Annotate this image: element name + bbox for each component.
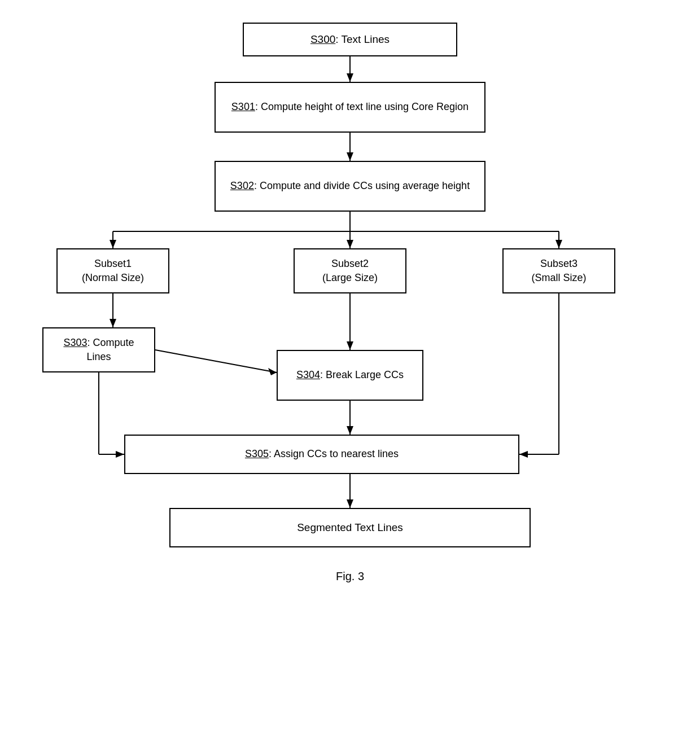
box-s300: S300: Text Lines xyxy=(243,23,457,56)
subset2-label: Subset2(Large Size) xyxy=(322,257,378,285)
box-s305: S305: Assign CCs to nearest lines xyxy=(124,435,519,474)
s300-label-rest: : Text Lines xyxy=(335,33,390,45)
box-subset2: Subset2(Large Size) xyxy=(294,248,406,293)
svg-marker-1 xyxy=(347,73,353,82)
svg-marker-26 xyxy=(519,451,528,458)
s302-label-underline: S302 xyxy=(230,180,254,191)
s300-label-underline: S300 xyxy=(310,33,335,45)
fig-label: Fig. 3 xyxy=(322,570,378,583)
diagram-container: S300: Text Lines S301: Compute height of… xyxy=(0,0,700,741)
svg-marker-18 xyxy=(268,368,277,375)
svg-marker-12 xyxy=(555,240,562,248)
fig-label-text: Fig. 3 xyxy=(336,570,364,582)
s303-label-rest: : Compute Lines xyxy=(86,337,134,362)
svg-line-17 xyxy=(155,350,277,372)
s301-label-rest: : Compute height of text line using Core… xyxy=(255,101,469,112)
svg-marker-23 xyxy=(347,426,353,435)
svg-marker-16 xyxy=(347,341,353,350)
box-subset3: Subset3(Small Size) xyxy=(502,248,615,293)
subset3-label: Subset3(Small Size) xyxy=(531,257,586,285)
s304-label-underline: S304 xyxy=(296,369,320,380)
svg-marker-7 xyxy=(110,240,116,248)
segmented-label: Segmented Text Lines xyxy=(297,520,403,536)
box-s303: S303: Compute Lines xyxy=(42,327,155,372)
s304-label-rest: : Break Large CCs xyxy=(320,369,404,380)
svg-marker-28 xyxy=(347,499,353,508)
svg-marker-9 xyxy=(347,240,353,248)
box-subset1: Subset1(Normal Size) xyxy=(56,248,169,293)
subset1-label: Subset1(Normal Size) xyxy=(82,257,144,285)
svg-marker-14 xyxy=(110,319,116,327)
box-s301: S301: Compute height of text line using … xyxy=(215,82,485,133)
s301-label-underline: S301 xyxy=(231,101,255,112)
svg-marker-3 xyxy=(347,152,353,161)
s302-label-rest: : Compute and divide CCs using average h… xyxy=(254,180,470,191)
s305-label-underline: S305 xyxy=(245,448,269,459)
box-segmented: Segmented Text Lines xyxy=(169,508,531,547)
box-s302: S302: Compute and divide CCs using avera… xyxy=(215,161,485,212)
s303-label-underline: S303 xyxy=(63,337,87,348)
svg-marker-21 xyxy=(116,451,124,458)
box-s304: S304: Break Large CCs xyxy=(277,350,423,401)
s305-label-rest: : Assign CCs to nearest lines xyxy=(269,448,399,459)
